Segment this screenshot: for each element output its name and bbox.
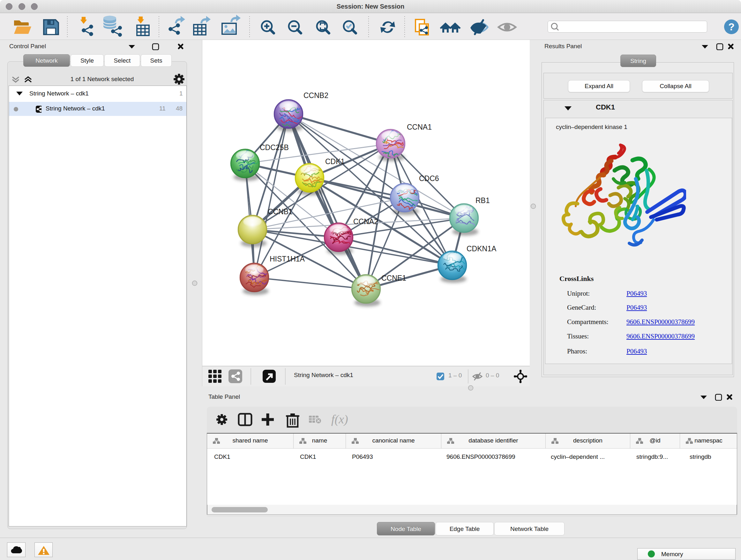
svg-text:CCNA1: CCNA1 [407, 123, 432, 131]
svg-text:?: ? [728, 21, 735, 33]
svg-text:CCNB2: CCNB2 [304, 91, 328, 100]
svg-text:RB1: RB1 [475, 196, 490, 205]
svg-text:HIST1H1A: HIST1H1A [270, 255, 305, 263]
svg-text:CDC25B: CDC25B [260, 143, 289, 152]
svg-text:f(x): f(x) [331, 413, 348, 426]
svg-text:CDK1: CDK1 [325, 158, 345, 166]
svg-text:CDC6: CDC6 [419, 174, 439, 183]
svg-text:CCNA2: CCNA2 [353, 217, 378, 226]
svg-text:CDKN1A: CDKN1A [467, 245, 496, 253]
svg-text:CCNB1: CCNB1 [268, 207, 293, 216]
svg-text:CCNE1: CCNE1 [381, 274, 406, 282]
